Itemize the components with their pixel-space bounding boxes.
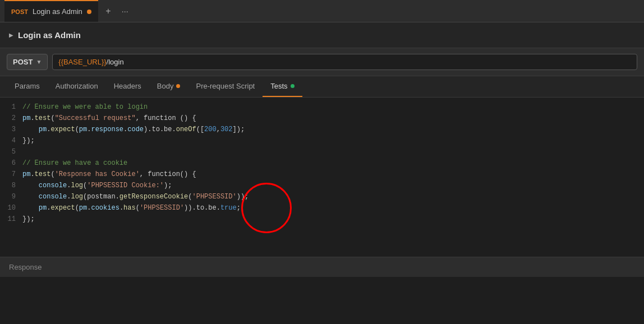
more-tabs-button[interactable]: ··· — [118, 4, 132, 18]
tab-params-label: Params — [15, 82, 40, 90]
tab-headers[interactable]: Headers — [106, 76, 149, 97]
method-selector[interactable]: POST ▼ — [7, 54, 48, 70]
code-line-1: 1 // Ensure we were able to login — [0, 103, 644, 114]
line-content-2: pm.test("Successful request", function (… — [22, 114, 196, 122]
response-label: Response — [9, 263, 42, 271]
line-num-5: 5 — [0, 148, 22, 156]
response-section: Response — [0, 257, 644, 277]
tab-tests[interactable]: Tests — [263, 76, 302, 97]
line-content-4: }); — [22, 137, 35, 145]
collapse-arrow-icon[interactable]: ▶ — [9, 32, 13, 38]
app-window: POST Login as Admin + ··· ▶ Login as Adm… — [0, 0, 644, 324]
line-num-2: 2 — [0, 114, 22, 122]
base-url-part: {{BASE_URL}} — [58, 58, 106, 66]
code-line-5: 5 — [0, 148, 644, 159]
main-content: 1 // Ensure we were able to login 2 pm.t… — [0, 98, 644, 277]
line-content-9: console.log(postman.getResponseCookie('P… — [22, 193, 249, 201]
tab-authorization[interactable]: Authorization — [48, 76, 106, 97]
body-indicator-dot — [176, 84, 180, 88]
line-content-10: pm.expect(pm.cookies.has('PHPSESSID')).t… — [22, 204, 241, 212]
request-tabs-bar: Params Authorization Headers Body Pre-re… — [0, 76, 644, 98]
request-title-bar: ▶ Login as Admin — [0, 22, 644, 48]
code-line-7: 7 pm.test('Response has Cookie', functio… — [0, 170, 644, 182]
line-content-6: // Ensure we have a cookie — [22, 159, 127, 167]
line-num-8: 8 — [0, 182, 22, 189]
line-content-8: console.log('PHPSESSID Cookie:'); — [22, 182, 172, 189]
chevron-down-icon: ▼ — [36, 59, 42, 65]
url-input[interactable]: {{BASE_URL}}/login — [52, 54, 637, 70]
code-line-6: 6 // Ensure we have a cookie — [0, 159, 644, 170]
tab-pre-request-label: Pre-request Script — [196, 82, 255, 90]
tab-body-label: Body — [157, 82, 174, 90]
tab-modified-dot — [87, 10, 91, 14]
code-line-4: 4 }); — [0, 137, 644, 148]
line-num-1: 1 — [0, 103, 22, 111]
line-num-6: 6 — [0, 159, 22, 167]
url-path-part: /login — [107, 58, 124, 66]
tab-authorization-label: Authorization — [56, 82, 98, 90]
tab-body[interactable]: Body — [149, 76, 188, 97]
line-num-3: 3 — [0, 126, 22, 133]
tests-indicator-dot — [291, 84, 295, 88]
code-line-10: 10 pm.expect(pm.cookies.has('PHPSESSID')… — [0, 204, 644, 215]
line-content-7: pm.test('Response has Cookie', function(… — [22, 170, 196, 178]
line-num-4: 4 — [0, 137, 22, 145]
code-line-9: 9 console.log(postman.getResponseCookie(… — [0, 193, 644, 204]
line-content-1: // Ensure we were able to login — [22, 103, 148, 111]
tab-title: Login as Admin — [33, 7, 82, 16]
line-num-7: 7 — [0, 170, 22, 178]
code-line-11: 11 }); — [0, 215, 644, 226]
code-editor[interactable]: 1 // Ensure we were able to login 2 pm.t… — [0, 98, 644, 277]
line-num-10: 10 — [0, 204, 22, 212]
code-line-2: 2 pm.test("Successful request", function… — [0, 114, 644, 126]
method-label: POST — [13, 58, 33, 66]
line-content-11: }); — [22, 215, 35, 223]
tab-bar: POST Login as Admin + ··· — [0, 0, 644, 22]
request-tab[interactable]: POST Login as Admin — [4, 0, 98, 22]
method-badge: POST — [11, 8, 28, 15]
line-num-11: 11 — [0, 215, 22, 223]
tab-headers-label: Headers — [114, 82, 141, 90]
url-bar: POST ▼ {{BASE_URL}}/login — [0, 48, 644, 76]
request-name: Login as Admin — [18, 30, 81, 40]
line-content-3: pm.expect(pm.response.code).to.be.oneOf(… — [22, 126, 245, 133]
tab-pre-request[interactable]: Pre-request Script — [188, 76, 263, 97]
code-line-3: 3 pm.expect(pm.response.code).to.be.oneO… — [0, 126, 644, 137]
add-tab-button[interactable]: + — [100, 3, 116, 19]
line-num-9: 9 — [0, 193, 22, 201]
tab-params[interactable]: Params — [7, 76, 48, 97]
tab-tests-label: Tests — [270, 82, 287, 90]
code-line-8: 8 console.log('PHPSESSID Cookie:'); — [0, 182, 644, 193]
